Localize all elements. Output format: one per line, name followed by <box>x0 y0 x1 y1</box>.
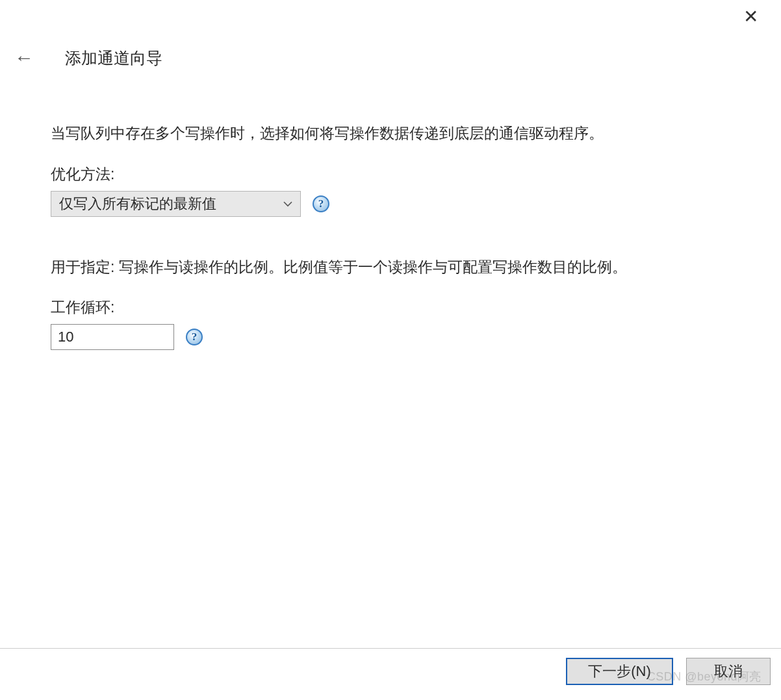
wizard-footer: 下一步(N) 取消 <box>0 648 781 700</box>
optimization-label: 优化方法: <box>51 164 742 184</box>
wizard-content: 当写队列中存在多个写操作时，选择如何将写操作数据传递到底层的通信驱动程序。 优化… <box>51 122 742 389</box>
optimization-dropdown-value: 仅写入所有标记的最新值 <box>59 194 283 214</box>
duty-cycle-label: 工作循环: <box>51 297 742 318</box>
back-arrow-icon[interactable]: ← <box>14 47 34 69</box>
help-icon[interactable]: ? <box>313 195 329 212</box>
close-icon[interactable]: ✕ <box>743 8 758 26</box>
optimization-dropdown[interactable]: 仅写入所有标记的最新值 <box>51 191 301 217</box>
page-title: 添加通道向导 <box>65 47 162 69</box>
chevron-down-icon <box>283 199 292 209</box>
wizard-header: ← 添加通道向导 <box>14 47 162 69</box>
optimization-row: 仅写入所有标记的最新值 ? <box>51 191 742 217</box>
next-button[interactable]: 下一步(N) <box>566 658 673 685</box>
duty-cycle-input[interactable] <box>51 324 174 350</box>
duty-cycle-row: ? <box>51 324 742 350</box>
cancel-button[interactable]: 取消 <box>686 658 771 685</box>
duty-cycle-description: 用于指定: 写操作与读操作的比例。比例值等于一个读操作与可配置写操作数目的比例。 <box>51 256 742 279</box>
optimization-description: 当写队列中存在多个写操作时，选择如何将写操作数据传递到底层的通信驱动程序。 <box>51 122 742 145</box>
help-icon[interactable]: ? <box>186 329 203 345</box>
